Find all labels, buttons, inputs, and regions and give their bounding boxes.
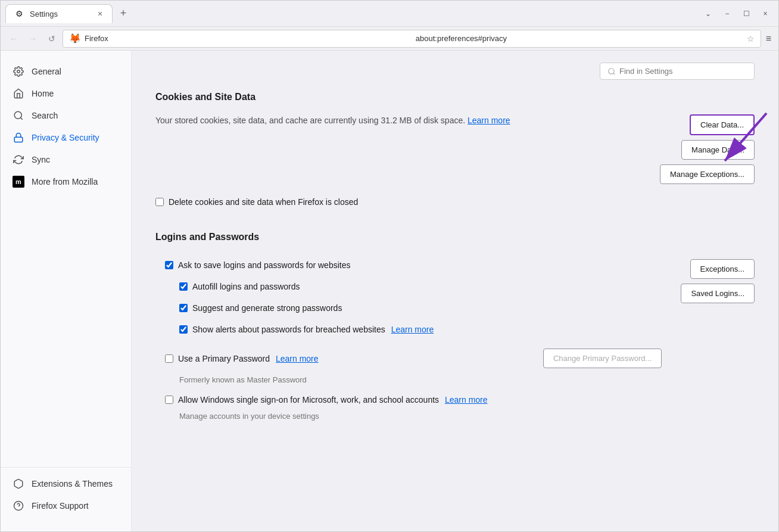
mozilla-icon: m — [13, 176, 24, 188]
tab-close-button[interactable]: × — [95, 9, 105, 18]
delete-cookies-checkbox[interactable] — [155, 198, 164, 206]
cookies-action-buttons: Clear Data... Manage Data... Manage Exce… — [660, 114, 755, 184]
support-icon — [13, 500, 24, 512]
cookies-section: Cookies and Site Data Your stored cookie… — [155, 92, 755, 213]
sidebar-item-search[interactable]: Search — [3, 105, 129, 126]
search-icon — [13, 110, 24, 122]
sidebar-bottom: Extensions & Themes Firefox Support — [1, 467, 131, 522]
nav-bar: ← → ↺ 🦊 Firefox about:preferences#privac… — [1, 27, 778, 51]
logins-right: Exceptions... Saved Logins... — [681, 254, 755, 425]
saved-logins-button[interactable]: Saved Logins... — [681, 284, 755, 303]
windows-sso-row: Allow Windows single sign-on for Microso… — [155, 389, 671, 410]
find-input-container[interactable] — [600, 63, 755, 80]
primary-password-checkbox[interactable] — [165, 354, 173, 363]
windows-sso-note: Manage accounts in your device settings — [155, 410, 671, 425]
show-alerts-label: Show alerts about passwords for breached… — [192, 325, 434, 334]
svg-point-1 — [14, 111, 21, 119]
svg-line-2 — [20, 117, 22, 119]
address-site: Firefox — [85, 34, 412, 43]
hamburger-menu[interactable]: ≡ — [764, 31, 774, 46]
settings-content: Cookies and Site Data Your stored cookie… — [132, 51, 778, 531]
logins-section: Logins and Passwords Ask to save logins … — [155, 232, 755, 425]
cookies-description: Your stored cookies, site data, and cach… — [155, 114, 650, 127]
cookies-learn-more[interactable]: Learn more — [468, 116, 510, 125]
browser-window: ⚙ Settings × + ⌄ − ☐ × ← → ↺ 🦊 Firefox a… — [0, 0, 779, 532]
svg-rect-3 — [14, 137, 23, 142]
windows-sso-learn-more[interactable]: Learn more — [445, 395, 488, 405]
forward-button[interactable]: → — [24, 30, 41, 47]
sidebar-item-support[interactable]: Firefox Support — [3, 495, 129, 517]
suggest-strong-label: Suggest and generate strong passwords — [192, 303, 342, 313]
primary-password-row: Use a Primary Password Learn more Change… — [155, 343, 671, 374]
bookmark-icon[interactable]: ☆ — [747, 34, 755, 43]
home-icon — [13, 88, 24, 99]
sidebar-item-search-label: Search — [32, 111, 58, 120]
sidebar: General Home Search — [1, 51, 132, 531]
sidebar-item-home[interactable]: Home — [3, 83, 129, 104]
title-bar: ⚙ Settings × + ⌄ − ☐ × — [1, 1, 778, 27]
reload-button[interactable]: ↺ — [43, 30, 60, 47]
sidebar-item-privacy-label: Privacy & Security — [32, 133, 99, 142]
exceptions-button[interactable]: Exceptions... — [690, 259, 755, 279]
sidebar-item-extensions-label: Extensions & Themes — [32, 479, 113, 489]
suggest-strong-checkbox[interactable] — [179, 304, 188, 312]
sidebar-item-mozilla-label: More from Mozilla — [32, 177, 98, 186]
manage-data-button[interactable]: Manage Data... — [681, 140, 755, 160]
window-controls: ⌄ − ☐ × — [700, 5, 774, 22]
sidebar-item-extensions[interactable]: Extensions & Themes — [3, 473, 129, 494]
settings-main: General Home Search — [1, 51, 778, 531]
manage-exceptions-button[interactable]: Manage Exceptions... — [660, 164, 755, 184]
suggest-strong-row: Suggest and generate strong passwords — [155, 297, 671, 319]
find-input-field[interactable] — [619, 67, 747, 76]
sidebar-item-privacy[interactable]: Privacy & Security — [3, 127, 129, 148]
sidebar-item-support-label: Firefox Support — [32, 501, 89, 511]
find-search-icon — [607, 67, 616, 76]
maximize-button[interactable]: ☐ — [738, 5, 755, 22]
primary-password-label: Use a Primary Password Learn more — [178, 354, 319, 363]
delete-cookies-checkbox-row: Delete cookies and site data when Firefo… — [155, 191, 755, 213]
chevron-down-icon[interactable]: ⌄ — [700, 5, 716, 22]
ask-save-checkbox[interactable] — [165, 261, 173, 269]
ask-save-row: Ask to save logins and passwords for web… — [155, 254, 671, 276]
sync-icon — [13, 154, 24, 166]
show-alerts-checkbox[interactable] — [179, 325, 188, 334]
sidebar-item-general-label: General — [32, 67, 61, 76]
tab-area: ⚙ Settings × + — [5, 4, 695, 23]
firefox-logo-icon: 🦊 — [69, 33, 81, 44]
sidebar-item-sync[interactable]: Sync — [3, 149, 129, 170]
ask-save-label: Ask to save logins and passwords for web… — [178, 260, 350, 270]
autofill-row: Autofill logins and passwords — [155, 276, 671, 297]
address-icons: ☆ — [747, 34, 755, 43]
find-settings-area — [155, 63, 755, 80]
minimize-button[interactable]: − — [719, 5, 736, 22]
autofill-checkbox[interactable] — [179, 282, 188, 291]
settings-tab-title: Settings — [30, 10, 91, 18]
delete-cookies-label: Delete cookies and site data when Firefo… — [169, 197, 358, 207]
cookies-section-title: Cookies and Site Data — [155, 92, 755, 107]
lock-icon — [13, 132, 24, 144]
sidebar-item-home-label: Home — [32, 89, 54, 98]
svg-line-7 — [613, 73, 615, 74]
windows-sso-checkbox[interactable] — [165, 396, 173, 404]
show-alerts-row: Show alerts about passwords for breached… — [155, 319, 671, 340]
settings-tab-icon: ⚙ — [13, 8, 25, 20]
close-button[interactable]: × — [757, 5, 774, 22]
primary-password-learn-more[interactable]: Learn more — [276, 354, 319, 363]
show-alerts-learn-more[interactable]: Learn more — [391, 325, 434, 334]
primary-password-note: Formerly known as Master Password — [155, 374, 671, 389]
sidebar-item-mozilla[interactable]: m More from Mozilla — [3, 171, 129, 192]
sidebar-item-sync-label: Sync — [32, 155, 50, 164]
logins-left: Ask to save logins and passwords for web… — [155, 254, 671, 425]
windows-sso-label: Allow Windows single sign-on for Microso… — [178, 395, 488, 405]
settings-tab[interactable]: ⚙ Settings × — [5, 4, 113, 23]
new-tab-button[interactable]: + — [115, 5, 132, 22]
autofill-label: Autofill logins and passwords — [192, 282, 300, 291]
svg-point-6 — [609, 68, 614, 73]
address-url: about:preferences#privacy — [416, 34, 743, 43]
clear-data-button[interactable]: Clear Data... — [690, 114, 755, 135]
back-button[interactable]: ← — [5, 30, 22, 47]
change-primary-password-button[interactable]: Change Primary Password... — [543, 349, 662, 368]
address-bar[interactable]: 🦊 Firefox about:preferences#privacy ☆ — [63, 30, 761, 48]
sidebar-item-general[interactable]: General — [3, 61, 129, 82]
gear-icon — [13, 66, 24, 77]
